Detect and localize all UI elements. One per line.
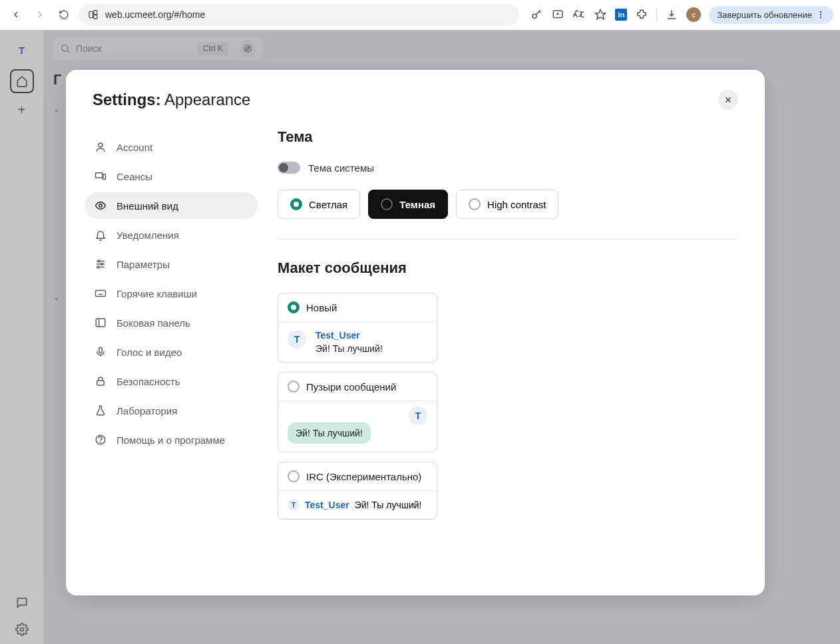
nav-keyboard[interactable]: Горячие клавиши [85,280,258,307]
forward-button[interactable] [31,5,49,24]
layout-card-header: Пузыри сообщений [278,373,437,401]
layout-bubble[interactable]: Пузыри сообщений T Эй! Ты лучший! [278,372,437,452]
back-button[interactable] [7,5,25,24]
extensions-icon[interactable] [635,8,648,21]
modal-header: Settings: Appearance [66,70,765,122]
svg-point-19 [99,204,103,208]
user-icon [94,140,107,154]
svg-rect-0 [89,11,93,17]
download-icon[interactable] [665,8,678,21]
theme-high-contrast[interactable]: High contrast [456,190,558,219]
svg-rect-26 [96,291,106,297]
nav-help[interactable]: Помощь и о программе [85,426,258,453]
svg-point-8 [820,17,821,18]
devices-icon [94,170,107,183]
radio-icon [288,381,300,393]
eye-icon [94,199,107,212]
help-icon [94,433,107,446]
install-icon[interactable] [551,8,564,21]
nav-account[interactable]: Account [85,134,258,160]
svg-point-23 [101,263,103,265]
toggle-label: Тема системы [308,162,374,174]
settings-nav: Account Сеансы Внешний вид Уведомления П… [85,122,258,595]
browser-chrome: web.ucmeet.org/#/home in c Завершить обн… [0,0,840,30]
radio-icon [381,198,393,210]
radio-icon [288,470,300,482]
nav-security[interactable]: Безопасность [85,368,258,395]
layout-preview: T Test_User Эй! Ты лучший! [278,491,437,519]
nav-label: Боковая панель [116,317,190,329]
settings-modal: Settings: Appearance Account Сеансы Внеш… [66,70,765,595]
site-settings-icon[interactable] [88,9,99,20]
chrome-actions: in c Завершить обновление [525,6,833,24]
layout-irc[interactable]: IRC (Экспериментально) T Test_User Эй! Т… [278,462,437,520]
url-text: web.ucmeet.org/#/home [105,9,205,20]
star-icon[interactable] [594,8,607,21]
layout-preview: T Test_User Эй! Ты лучший! [278,322,437,362]
theme-light[interactable]: Светлая [278,190,360,219]
nav-label: Внешний вид [116,200,178,212]
theme-dark[interactable]: Темная [368,190,448,219]
translate-icon[interactable] [572,8,586,21]
theme-section-title: Тема [278,128,738,146]
svg-point-6 [820,11,821,13]
radio-icon [288,301,300,313]
linkedin-icon[interactable]: in [615,9,627,21]
layout-preview: T Эй! Ты лучший! [278,401,437,452]
svg-point-37 [101,442,101,442]
modal-title: Settings: Appearance [93,90,250,109]
layout-card-header: IRC (Экспериментально) [278,462,437,491]
reload-button[interactable] [55,5,73,24]
svg-point-3 [532,14,536,18]
svg-rect-18 [103,174,106,180]
flask-icon [94,404,107,417]
nav-voice-video[interactable]: Голос и видео [85,339,258,365]
system-theme-toggle-row: Тема системы [278,162,738,174]
divider [278,239,738,240]
close-button[interactable] [718,90,738,110]
nav-label: Сеансы [116,171,152,182]
preview-message: Эй! Ты лучший! [315,343,383,354]
key-icon[interactable] [530,8,543,21]
preview-user: Test_User [305,500,349,510]
nav-sessions[interactable]: Сеансы [85,163,258,190]
lock-icon [94,375,107,388]
nav-labs[interactable]: Лаборатория [85,397,258,424]
svg-rect-35 [97,381,105,385]
layout-section-title: Макет сообщения [278,259,738,277]
preview-message: Эй! Ты лучший! [288,422,371,444]
svg-rect-34 [99,347,103,353]
settings-content: Тема Тема системы Светлая Темная High co… [258,122,738,595]
nav-preferences[interactable]: Параметры [85,251,258,277]
nav-notifications[interactable]: Уведомления [85,222,258,248]
svg-rect-1 [94,11,97,14]
svg-rect-32 [96,319,105,327]
svg-point-7 [820,14,821,15]
update-button[interactable]: Завершить обновление [709,6,833,24]
system-theme-toggle[interactable] [278,162,300,174]
preview-avatar: T [288,499,300,511]
nav-label: Уведомления [116,230,179,241]
sliders-icon [94,257,107,271]
keyboard-icon [94,287,107,300]
nav-sidebar[interactable]: Боковая панель [85,309,258,336]
nav-label: Голос и видео [116,347,182,358]
sidebar-icon [94,316,107,329]
profile-avatar[interactable]: c [686,7,701,22]
svg-point-21 [98,260,100,262]
svg-point-16 [99,143,103,147]
preview-avatar: T [288,330,306,349]
url-bar[interactable]: web.ucmeet.org/#/home [79,4,519,25]
nav-label: Параметры [116,259,170,270]
nav-label: Безопасность [116,376,180,387]
theme-options: Светлая Темная High contrast [278,190,738,219]
separator [656,9,657,21]
nav-label: Account [116,142,152,153]
radio-icon [469,198,481,210]
svg-point-25 [97,266,99,268]
layout-modern[interactable]: Новый T Test_User Эй! Ты лучший! [278,293,437,363]
nav-appearance[interactable]: Внешний вид [85,192,258,219]
layout-card-header: Новый [278,293,437,322]
nav-label: Помощь и о программе [116,434,225,446]
mic-icon [94,345,107,359]
